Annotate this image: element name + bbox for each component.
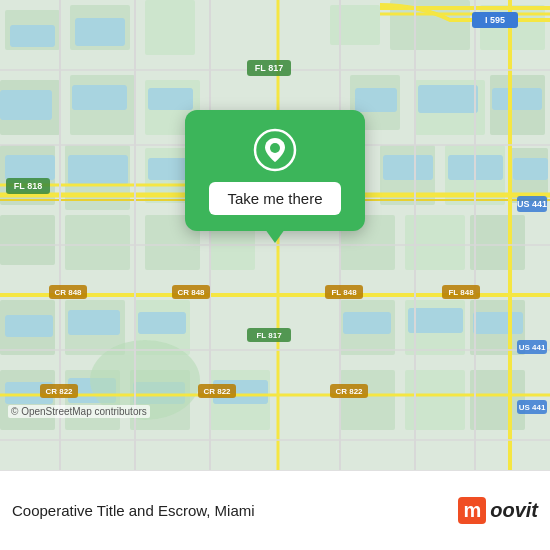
map-container: I 595 FL 817 FL 818 FL 8 US 441 CR 848 C… (0, 0, 550, 470)
svg-text:CR 848: CR 848 (177, 288, 205, 297)
svg-rect-5 (330, 5, 380, 45)
svg-text:CR 822: CR 822 (203, 387, 231, 396)
svg-rect-51 (340, 370, 395, 430)
svg-rect-29 (68, 155, 128, 185)
svg-text:FL 817: FL 817 (255, 63, 283, 73)
svg-rect-57 (343, 312, 391, 334)
svg-point-116 (270, 143, 280, 153)
svg-text:CR 822: CR 822 (45, 387, 73, 396)
svg-rect-20 (10, 25, 55, 47)
svg-rect-26 (418, 85, 478, 113)
popup-card: Take me there (185, 110, 365, 231)
svg-text:FL 848: FL 848 (448, 288, 474, 297)
svg-rect-56 (138, 312, 186, 334)
svg-text:US 441: US 441 (519, 403, 546, 412)
svg-rect-59 (473, 312, 523, 334)
place-name: Cooperative Title and Escrow, Miami (12, 502, 458, 519)
svg-rect-34 (0, 215, 55, 265)
svg-text:FL 818: FL 818 (14, 181, 42, 191)
map-attribution: © OpenStreetMap contributors (8, 405, 150, 418)
svg-text:CR 822: CR 822 (335, 387, 363, 396)
bottom-bar: Cooperative Title and Escrow, Miami m oo… (0, 470, 550, 550)
svg-text:I 595: I 595 (485, 15, 505, 25)
svg-rect-33 (513, 158, 548, 180)
svg-rect-35 (65, 215, 130, 270)
svg-rect-25 (355, 88, 397, 112)
svg-rect-54 (5, 315, 53, 337)
svg-text:FL 848: FL 848 (331, 288, 357, 297)
svg-rect-27 (492, 88, 542, 110)
moovit-rest-text: oovit (490, 499, 538, 522)
svg-text:US 441: US 441 (519, 343, 546, 352)
svg-rect-55 (68, 310, 120, 335)
svg-rect-23 (72, 85, 127, 110)
take-me-there-button[interactable]: Take me there (209, 182, 340, 215)
svg-rect-40 (470, 215, 525, 270)
svg-text:CR 848: CR 848 (54, 288, 82, 297)
moovit-m-letter: m (458, 497, 486, 524)
svg-rect-24 (148, 88, 193, 110)
svg-rect-4 (145, 0, 195, 55)
svg-rect-21 (75, 18, 125, 46)
location-pin-icon (253, 128, 297, 172)
svg-rect-31 (383, 155, 433, 180)
svg-rect-53 (470, 370, 525, 430)
moovit-logo: m oovit (458, 497, 538, 524)
svg-text:FL 817: FL 817 (256, 331, 282, 340)
svg-rect-28 (5, 155, 55, 180)
svg-text:US 441: US 441 (517, 199, 547, 209)
svg-rect-22 (0, 90, 52, 120)
svg-rect-58 (408, 308, 463, 333)
